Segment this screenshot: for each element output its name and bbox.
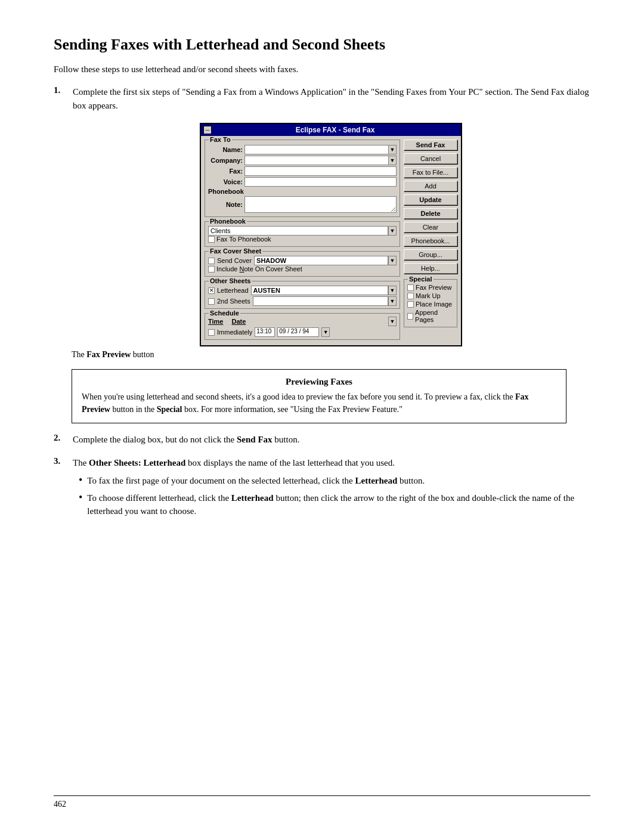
fax-to-label: Fax To xyxy=(209,136,232,143)
note-title: Previewing Faxes xyxy=(82,377,556,387)
phonebook-group: Phonebook Clients ▼ Fax To Phonebook xyxy=(205,221,400,247)
send-cover-label: Send Cover xyxy=(217,257,252,264)
name-field-row: Name: ▼ xyxy=(208,145,397,154)
update-button[interactable]: Update xyxy=(404,194,457,205)
company-dropdown-btn[interactable]: ▼ xyxy=(388,156,397,165)
second-sheets-dropdown-btn[interactable]: ▼ xyxy=(388,296,397,306)
phonebook-group-label: Phonebook xyxy=(209,218,247,225)
fax-cover-group: Fax Cover Sheet Send Cover SHADOW ▼ xyxy=(205,251,400,277)
mark-up-checkbox[interactable] xyxy=(407,293,414,299)
company-field-row: Company: ▼ xyxy=(208,156,397,165)
mark-up-row: Mark Up xyxy=(407,292,454,299)
phonebook-value: Clients xyxy=(208,226,388,236)
schedule-label: Schedule xyxy=(209,309,240,317)
fax-to-phonebook-checkbox[interactable] xyxy=(208,236,215,243)
delete-button[interactable]: Delete xyxy=(404,208,457,219)
step-1-number: 1. xyxy=(54,85,67,95)
mark-up-label: Mark Up xyxy=(416,292,441,299)
fax-preview-checkbox[interactable] xyxy=(407,284,414,291)
voice-label: Voice: xyxy=(208,178,243,185)
step-1: 1. Complete the first six steps of "Send… xyxy=(54,85,590,423)
send-fax-button[interactable]: Send Fax xyxy=(404,140,457,150)
schedule-group: Schedule Time Date ▼ Immediately 13:10 0… xyxy=(205,313,400,340)
step-3: 3. The Other Sheets: Letterhead box disp… xyxy=(54,456,590,518)
cancel-button[interactable]: Cancel xyxy=(404,153,457,164)
date-dropdown-btn[interactable]: ▼ xyxy=(321,327,330,337)
add-button[interactable]: Add xyxy=(404,181,457,191)
fax-input[interactable] xyxy=(244,166,397,176)
fax-preview-label: Fax Preview xyxy=(416,284,452,291)
cover-value: SHADOW xyxy=(254,256,388,265)
company-input-wrapper[interactable]: ▼ xyxy=(244,156,397,165)
note-field-row: Note: xyxy=(208,196,397,213)
dialog-caption: The Fax Preview button xyxy=(72,350,154,360)
fax-preview-row: Fax Preview xyxy=(407,284,454,291)
special-label: Special xyxy=(408,275,434,283)
company-label: Company: xyxy=(208,157,243,164)
fax-to-phonebook-row: Fax To Phonebook xyxy=(208,236,397,243)
schedule-dropdown-btn[interactable]: ▼ xyxy=(388,317,397,326)
bullet-1-text: To fax the first page of your document o… xyxy=(87,474,425,488)
clear-button[interactable]: Clear xyxy=(404,222,457,233)
send-cover-checkbox[interactable] xyxy=(208,258,215,264)
dialog-body: Fax To Name: ▼ Company: xyxy=(201,136,461,345)
step-3-number: 3. xyxy=(54,456,67,466)
fax-cover-label: Fax Cover Sheet xyxy=(209,247,262,255)
fax-to-file-button[interactable]: Fax to File... xyxy=(404,167,457,178)
time-label: Time xyxy=(208,318,223,325)
date-label: Date xyxy=(231,318,246,325)
immediately-checkbox[interactable] xyxy=(208,329,215,336)
previewing-faxes-note: Previewing Faxes When you're using lette… xyxy=(72,369,566,423)
letterhead-dropdown-btn[interactable]: ▼ xyxy=(388,286,397,295)
name-input-wrapper[interactable]: ▼ xyxy=(244,145,397,154)
help-button[interactable]: Help... xyxy=(404,263,457,274)
append-pages-checkbox[interactable] xyxy=(407,313,413,320)
phonebook-label: Phonebook xyxy=(208,188,244,195)
fax-to-phonebook-label: Fax To Phonebook xyxy=(216,236,271,243)
voice-field-row: Voice: xyxy=(208,177,397,187)
letterhead-label: Letterhead xyxy=(217,287,249,294)
bullet-2: To choose different letterhead, click th… xyxy=(79,491,590,518)
phonebook-button[interactable]: Phonebook... xyxy=(404,236,457,246)
voice-input[interactable] xyxy=(244,177,397,187)
letterhead-checkbox[interactable] xyxy=(208,287,215,294)
step-2-number: 2. xyxy=(54,433,67,443)
group-button[interactable]: Group... xyxy=(404,249,457,260)
immediately-label: Immediately xyxy=(217,329,252,336)
step-1-text: Complete the first six steps of "Sending… xyxy=(73,85,590,112)
dialog-right-panel: Send Fax Cancel Fax to File... Add Updat… xyxy=(404,140,457,342)
other-sheets-label: Other Sheets xyxy=(209,277,252,284)
second-sheets-checkbox[interactable] xyxy=(208,298,215,305)
place-image-checkbox[interactable] xyxy=(407,301,414,308)
name-input[interactable] xyxy=(244,145,388,154)
cover-dropdown-btn[interactable]: ▼ xyxy=(388,256,397,265)
phonebook-dropdown-btn[interactable]: ▼ xyxy=(388,226,397,236)
name-dropdown-btn[interactable]: ▼ xyxy=(388,145,397,154)
fax-label: Fax: xyxy=(208,168,243,175)
note-textarea[interactable] xyxy=(244,196,397,213)
place-image-row: Place Image xyxy=(407,301,454,308)
include-note-checkbox[interactable] xyxy=(208,266,215,272)
send-fax-dialog: ─ Eclipse FAX - Send Fax Fax To Name: xyxy=(200,123,462,346)
dialog-title-icon: ─ xyxy=(203,126,212,134)
append-pages-row: Append Pages xyxy=(407,309,454,323)
append-pages-label: Append Pages xyxy=(415,309,454,323)
page-number: 462 xyxy=(54,800,66,809)
fax-to-group: Fax To Name: ▼ Company: xyxy=(205,140,400,217)
page-footer: 462 xyxy=(54,795,590,809)
step-2-text: Complete the dialog box, but do not clic… xyxy=(73,433,299,447)
step-2: 2. Complete the dialog box, but do not c… xyxy=(54,433,590,447)
dialog-left-panel: Fax To Name: ▼ Company: xyxy=(205,140,400,342)
second-sheets-label: 2nd Sheets xyxy=(217,298,250,305)
note-label: Note: xyxy=(208,201,243,208)
special-group: Special Fax Preview Mark Up Place I xyxy=(404,279,457,327)
company-input[interactable] xyxy=(244,156,388,165)
step-3-text: The Other Sheets: Letterhead box display… xyxy=(73,456,395,470)
phonebook-dropdown-wrapper[interactable]: Clients ▼ xyxy=(208,226,397,236)
intro-paragraph: Follow these steps to use letterhead and… xyxy=(54,64,590,75)
dialog-titlebar: ─ Eclipse FAX - Send Fax xyxy=(201,124,461,136)
bullet-list: To fax the first page of your document o… xyxy=(79,474,590,518)
time-value: 13:10 xyxy=(255,327,275,337)
date-value: 09 / 23 / 94 xyxy=(277,327,319,337)
include-note-label: Include Note On Cover Sheet xyxy=(216,265,302,272)
